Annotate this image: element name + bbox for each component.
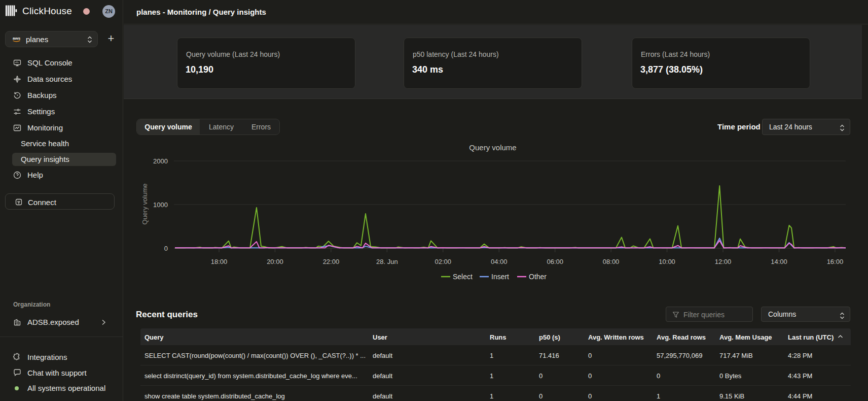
svg-text:2000: 2000 — [153, 157, 168, 165]
svg-text:Insert: Insert — [491, 273, 509, 281]
svg-text:22:00: 22:00 — [323, 258, 340, 265]
svg-text:0: 0 — [164, 245, 168, 252]
svg-text:1000: 1000 — [153, 201, 168, 209]
svg-text:06:00: 06:00 — [547, 258, 563, 265]
svg-text:20:00: 20:00 — [267, 258, 283, 265]
svg-text:Other: Other — [529, 273, 547, 281]
svg-text:16:00: 16:00 — [827, 258, 844, 265]
svg-text:12:00: 12:00 — [715, 258, 732, 265]
svg-text:aws: aws — [13, 36, 21, 41]
svg-text:Query volume: Query volume — [141, 184, 149, 225]
svg-text:14:00: 14:00 — [771, 258, 787, 265]
svg-text:04:00: 04:00 — [491, 258, 508, 265]
svg-text:08:00: 08:00 — [603, 258, 620, 265]
svg-text:28. Jun: 28. Jun — [376, 258, 398, 265]
svg-text:18:00: 18:00 — [211, 258, 228, 265]
svg-text:Select: Select — [453, 273, 473, 281]
svg-text:02:00: 02:00 — [435, 258, 452, 265]
svg-text:10:00: 10:00 — [659, 258, 675, 265]
